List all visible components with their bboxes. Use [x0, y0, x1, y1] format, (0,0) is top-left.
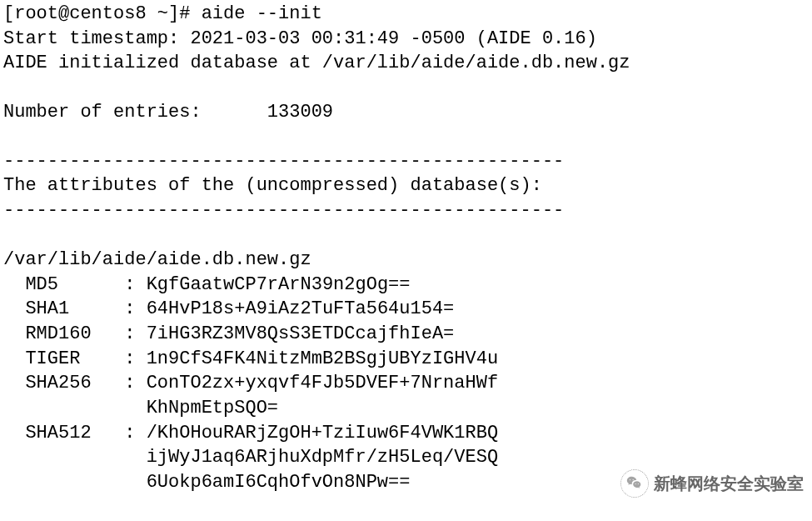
hash-sha256-l1: SHA256 : ConTO2zx+yxqvf4FJb5DVEF+7NrnaHW… [3, 371, 809, 396]
blank-line [3, 223, 809, 248]
hash-md5: MD5 : KgfGaatwCP7rArN39n2gOg== [3, 273, 809, 298]
hash-value: 7iHG3RZ3MV8QsS3ETDCcajfhIeA= [147, 323, 455, 344]
blank-line [3, 125, 809, 149]
init-message: AIDE initialized database at /var/lib/ai… [3, 51, 809, 76]
hash-value: 64HvP18s+A9iAz2TuFTa564u154= [147, 298, 455, 319]
hash-value: 1n9CfS4FK4NitzMmB2BSgjUBYzIGHV4u [147, 348, 498, 369]
hash-rmd160: RMD160 : 7iHG3RZ3MV8QsS3ETDCcajfhIeA= [3, 322, 809, 347]
command-text: aide --init [202, 3, 322, 24]
hash-sha1: SHA1 : 64HvP18s+A9iAz2TuFTa564u154= [3, 297, 809, 322]
divider-bottom: ----------------------------------------… [3, 198, 809, 223]
start-timestamp-label: Start timestamp: [3, 28, 190, 49]
divider-top: ----------------------------------------… [3, 149, 809, 174]
hash-label: TIGER : [3, 348, 147, 369]
hash-value: ConTO2zx+yxqvf4FJb5DVEF+7NrnaHWf [147, 373, 498, 393]
chat-bubble-icon [625, 474, 644, 493]
db-path: /var/lib/aide/aide.db.new.gz [3, 248, 809, 273]
blank-line [3, 76, 809, 100]
hash-sha512-l2: ijWyJ1aq6ARjhuXdpMfr/zH5Leq/VESQ [3, 445, 809, 470]
hash-label: RMD160 : [3, 323, 147, 344]
start-timestamp-line: Start timestamp: 2021-03-03 00:31:49 -05… [3, 27, 809, 52]
watermark-text: 新蜂网络安全实验室 [654, 473, 804, 495]
start-timestamp-value: 2021-03-03 00:31:49 -0500 (AIDE 0.16) [190, 28, 596, 49]
hash-tiger: TIGER : 1n9CfS4FK4NitzMmB2BSgjUBYzIGHV4u [3, 347, 809, 372]
hash-value: KgfGaatwCP7rArN39n2gOg== [147, 274, 411, 295]
hash-sha512-l1: SHA512 : /KhOHouRARjZgOH+TziIuw6F4VWK1RB… [3, 421, 809, 446]
shell-prompt: [root@centos8 ~]# [3, 3, 202, 24]
hash-label: SHA256 : [3, 373, 147, 393]
watermark: 新蜂网络安全实验室 [620, 469, 804, 498]
entries-value: 133009 [267, 102, 333, 123]
hash-label: MD5 : [3, 274, 147, 295]
hash-label: SHA1 : [3, 298, 147, 319]
hash-label: SHA512 : [3, 423, 147, 443]
prompt-line-1[interactable]: [root@centos8 ~]# aide --init [3, 2, 809, 27]
wechat-icon [620, 469, 649, 498]
hash-sha256-l2: KhNpmEtpSQO= [3, 396, 809, 421]
entries-label: Number of entries: [3, 102, 202, 123]
attributes-header: The attributes of the (uncompressed) dat… [3, 173, 809, 198]
hash-value: /KhOHouRARjZgOH+TziIuw6F4VWK1RBQ [147, 423, 498, 443]
entries-line: Number of entries: 133009 [3, 100, 809, 125]
blank-line [3, 495, 809, 519]
